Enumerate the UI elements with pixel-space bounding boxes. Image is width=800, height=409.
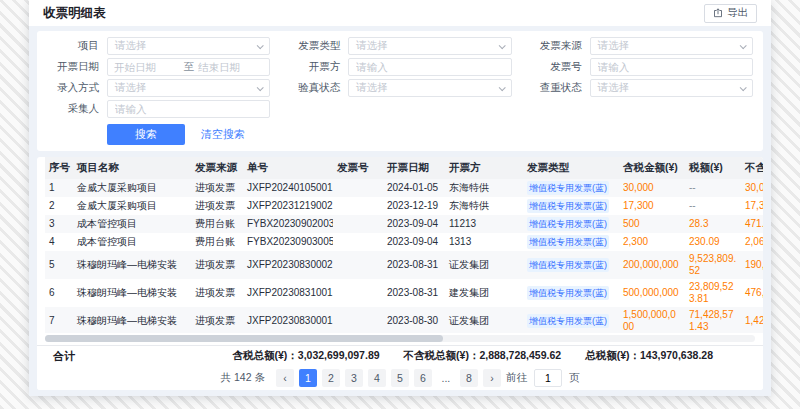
project-select[interactable]: 请选择 — [107, 37, 270, 55]
entry-method-label: 录入方式 — [47, 81, 99, 95]
invoice-date-label: 开票日期 — [47, 60, 99, 74]
cell-net: 17,300 — [741, 197, 763, 215]
table-scroll-area[interactable]: 序号项目名称发票来源单号发票号开票日期开票方发票类型含税金额(¥)税额(¥)不含… — [37, 157, 763, 333]
chevron-down-icon — [498, 42, 505, 49]
goto-page-input[interactable] — [534, 369, 562, 387]
table-row[interactable]: 2金威大厦采购项目进项发票JXFP202312190022023-12-19东海… — [45, 197, 763, 215]
summary-item-label: 含税总额(¥)： — [232, 349, 297, 361]
cell-order_no: FYBX20230903005 — [243, 233, 333, 251]
issuer-input[interactable] — [348, 58, 511, 76]
horizontal-scrollbar[interactable] — [45, 335, 755, 342]
cell-issuer: 1313 — [445, 233, 523, 251]
summary-item: 总税额(¥)：143,970,638.28 — [585, 349, 713, 363]
invoice-type-tag: 增值税专用发票(蓝) — [527, 314, 609, 328]
cell-issuer: 东海特供 — [445, 179, 523, 197]
invoice-date-range[interactable]: 至 — [107, 58, 270, 76]
start-date-input[interactable] — [114, 61, 179, 73]
cell-source: 进项发票 — [191, 197, 243, 215]
column-header-tax: 税额(¥) — [685, 157, 741, 179]
column-header-source: 发票来源 — [191, 157, 243, 179]
cell-order_no: JXFP20231219002 — [243, 197, 333, 215]
page-button-4[interactable]: 4 — [368, 369, 386, 387]
cell-issuer: 建发集团 — [445, 279, 523, 307]
chevron-down-icon — [740, 42, 747, 49]
cell-tax: 230.09 — [685, 233, 741, 251]
clear-search-button[interactable]: 清空搜索 — [201, 127, 245, 142]
table-row[interactable]: 5珠穆朗玛峰—电梯安装进项发票JXFP202308300022023-08-31… — [45, 251, 763, 279]
end-date-input[interactable] — [198, 61, 263, 73]
cell-tax: -- — [685, 179, 741, 197]
filter-field-invoice-date: 开票日期 至 — [47, 58, 270, 76]
invoice-type-tag: 增值税专用发票(蓝) — [527, 181, 609, 195]
page-button-8[interactable]: 8 — [460, 369, 478, 387]
invoice-type-tag: 增值税专用发票(蓝) — [527, 258, 609, 272]
table-row[interactable]: 6珠穆朗玛峰—电梯安装进项发票JXFP202308310012023-08-31… — [45, 279, 763, 307]
invoice-type-tag: 增值税专用发票(蓝) — [527, 199, 609, 213]
cell-net: 1,428,571,428.57 — [741, 307, 763, 333]
cell-date: 2023-08-30 — [383, 307, 445, 333]
summary-item-value: 143,970,638.28 — [640, 349, 713, 361]
column-header-invoice_no: 发票号 — [333, 157, 383, 179]
cell-issuer: 证发集团 — [445, 251, 523, 279]
app-window: 收票明细表 导出 项目 请选择 发票类型 请选择 — [29, 0, 771, 396]
cell-project: 成本管控项目 — [73, 215, 191, 233]
invoice-type-select[interactable]: 请选择 — [348, 37, 511, 55]
scrollbar-thumb[interactable] — [45, 335, 443, 342]
cell-net: 30,000 — [741, 179, 763, 197]
cell-no: 5 — [45, 251, 73, 279]
invoice-no-label: 发票号 — [530, 60, 582, 74]
page-button-1[interactable]: 1 — [299, 369, 317, 387]
collector-input[interactable] — [107, 100, 270, 118]
cell-amount: 17,300 — [619, 197, 685, 215]
next-page-button[interactable]: › — [483, 369, 501, 387]
export-icon — [713, 8, 723, 18]
column-header-issuer: 开票方 — [445, 157, 523, 179]
cell-no: 4 — [45, 233, 73, 251]
prev-page-button[interactable]: ‹ — [276, 369, 294, 387]
issuer-label: 开票方 — [288, 60, 340, 74]
summary-item: 不含税总额(¥)：2,888,728,459.62 — [404, 349, 562, 363]
cell-date: 2023-08-31 — [383, 279, 445, 307]
table-row[interactable]: 3成本管控项目费用台账FYBX202309020032023-09-041121… — [45, 215, 763, 233]
filter-field-dup-status: 查重状态 请选择 — [530, 79, 753, 97]
chevron-down-icon — [740, 84, 747, 91]
page-button-6[interactable]: 6 — [414, 369, 432, 387]
invoice-no-input[interactable] — [590, 58, 753, 76]
dup-status-select[interactable]: 请选择 — [590, 79, 753, 97]
cell-tax: 9,523,809.52 — [685, 251, 741, 279]
entry-method-select[interactable]: 请选择 — [107, 79, 270, 97]
invoice-type-tag: 增值税专用发票(蓝) — [527, 235, 609, 249]
column-header-project: 项目名称 — [73, 157, 191, 179]
invoice-type-select-placeholder: 请选择 — [356, 39, 388, 53]
cell-source: 进项发票 — [191, 251, 243, 279]
cell-amount: 1,500,000,000 — [619, 307, 685, 333]
export-button[interactable]: 导出 — [704, 4, 757, 23]
invoice-table: 序号项目名称发票来源单号发票号开票日期开票方发票类型含税金额(¥)税额(¥)不含… — [45, 157, 763, 333]
verify-status-select[interactable]: 请选择 — [348, 79, 511, 97]
filter-field-issuer: 开票方 — [288, 58, 511, 76]
column-header-amount: 含税金额(¥) — [619, 157, 685, 179]
chevron-down-icon — [498, 84, 505, 91]
invoice-source-select[interactable]: 请选择 — [590, 37, 753, 55]
cell-issuer: 证发集团 — [445, 307, 523, 333]
page-button-3[interactable]: 3 — [345, 369, 363, 387]
cell-source: 进项发票 — [191, 279, 243, 307]
cell-no: 7 — [45, 307, 73, 333]
search-button[interactable]: 搜索 — [107, 124, 185, 145]
table-row[interactable]: 7珠穆朗玛峰—电梯安装进项发票JXFP202308300012023-08-30… — [45, 307, 763, 333]
invoice-type-tag: 增值税专用发票(蓝) — [527, 286, 609, 300]
table-row[interactable]: 4成本管控项目费用台账FYBX202309030052023-09-041313… — [45, 233, 763, 251]
filter-field-project: 项目 请选择 — [47, 37, 270, 55]
dup-status-label: 查重状态 — [530, 81, 582, 95]
page-button-5[interactable]: 5 — [391, 369, 409, 387]
verify-status-select-placeholder: 请选择 — [356, 81, 388, 95]
filter-field-invoice-no: 发票号 — [530, 58, 753, 76]
page-button-2[interactable]: 2 — [322, 369, 340, 387]
filter-field-collector: 采集人 — [47, 100, 270, 118]
page-header: 收票明细表 导出 — [29, 0, 771, 26]
cell-date: 2024-01-05 — [383, 179, 445, 197]
chevron-down-icon — [257, 42, 264, 49]
column-header-net: 不含税金额(¥) — [741, 157, 763, 179]
table-row[interactable]: 1金威大厦采购项目进项发票JXFP202401050012024-01-05东海… — [45, 179, 763, 197]
cell-invoice_no — [333, 233, 383, 251]
